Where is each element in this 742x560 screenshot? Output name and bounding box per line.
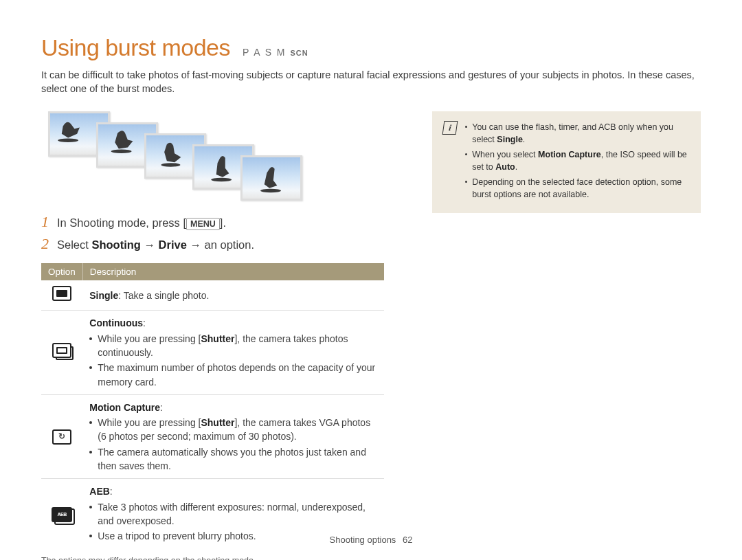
row-continuous: Continuous: While you are pressing [Shut…	[41, 311, 384, 394]
aeb-colon: :	[110, 486, 113, 497]
continuous-icon	[52, 343, 71, 358]
step-1-number: 1	[41, 214, 49, 232]
thumb-snowboard-landing-2	[240, 155, 302, 201]
continuous-bullet-1: While you are pressing [Shutter], the ca…	[89, 332, 377, 360]
step-2-text-a: Select	[57, 238, 91, 251]
info-bullet-2: When you select Motion Capture, the ISO …	[465, 148, 690, 173]
arrow-1: →	[141, 238, 159, 251]
motion-capture-bullet-2: The camera automatically shows you the p…	[89, 445, 377, 473]
motion-capture-label: Motion Capture	[89, 402, 160, 413]
motion-capture-bullet-1: While you are pressing [Shutter], the ca…	[89, 416, 377, 444]
row-single: Single: Take a single photo.	[41, 280, 384, 311]
info-bullet-3: Depending on the selected face detection…	[465, 176, 690, 201]
step-2-number: 2	[41, 236, 49, 254]
aeb-label: AEB	[89, 486, 110, 497]
step-1-text-a: In Shooting mode, press [	[57, 216, 186, 229]
menu-keycap: MENU	[186, 218, 220, 230]
step-2-shooting: Shooting	[91, 238, 140, 251]
col-description: Description	[82, 263, 384, 280]
info-bullet-1: You can use the flash, timer, and ACB on…	[465, 121, 690, 146]
page-title: Using burst modes	[41, 34, 230, 61]
mode-scn: SCN	[290, 49, 308, 57]
single-label: Single	[89, 290, 118, 301]
mode-indicators: P A S M SCN	[243, 47, 308, 58]
mode-letters: P A S M	[243, 47, 286, 58]
motion-capture-icon	[52, 429, 71, 445]
options-table: Option Description Single: Take a single…	[41, 263, 384, 548]
step-2: 2 Select Shooting → Drive → an option.	[41, 236, 384, 254]
intro-text: It can be difficult to take photos of fa…	[41, 68, 701, 96]
svg-point-4	[260, 188, 281, 192]
step-1-text-b: ].	[220, 216, 226, 229]
col-option: Option	[41, 263, 82, 280]
svg-point-1	[111, 149, 132, 153]
footnote: The options may differ depending on the …	[41, 556, 384, 560]
step-2-text-b: → an option.	[187, 238, 254, 251]
step-2-drive: Drive	[159, 238, 187, 251]
motion-capture-colon: :	[160, 402, 163, 413]
burst-example-thumbnails	[48, 111, 384, 201]
continuous-colon: :	[143, 317, 146, 328]
aeb-bullet-1: Take 3 photos with different exposures: …	[89, 500, 377, 528]
footer-section: Shooting options	[330, 535, 396, 545]
single-desc: : Take a single photo.	[118, 290, 209, 301]
svg-point-2	[161, 163, 180, 167]
continuous-bullet-2: The maximum number of photos depends on …	[89, 361, 377, 389]
row-motion-capture: Motion Capture: While you are pressing […	[41, 394, 384, 478]
shutter-keycap-2: Shutter	[201, 417, 234, 428]
footer-page-number: 62	[403, 535, 412, 545]
continuous-label: Continuous	[89, 317, 143, 328]
aeb-icon	[52, 507, 72, 522]
page-footer: Shooting options 62	[0, 535, 742, 545]
single-icon	[52, 286, 71, 301]
step-1: 1 In Shooting mode, press [MENU].	[41, 214, 384, 232]
shutter-keycap-1: Shutter	[201, 333, 234, 344]
svg-point-0	[58, 138, 78, 142]
info-box: i You can use the flash, timer, and ACB …	[432, 111, 701, 214]
info-icon: i	[443, 121, 457, 204]
svg-point-3	[211, 177, 232, 181]
